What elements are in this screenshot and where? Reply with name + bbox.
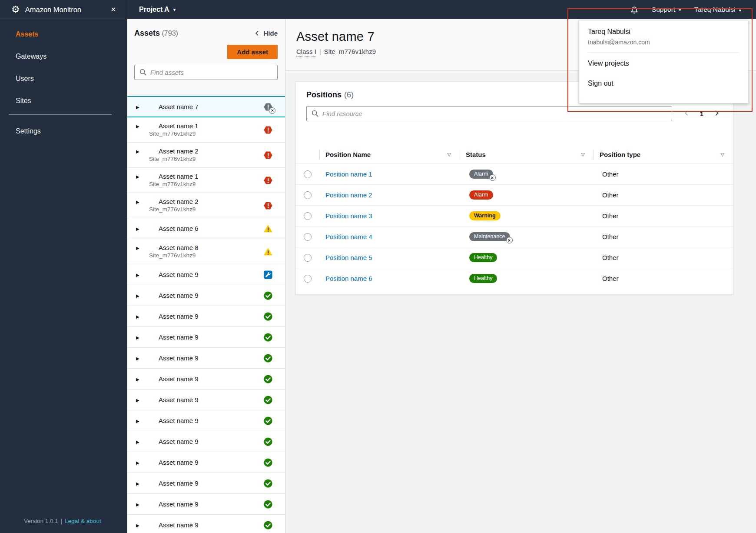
support-menu[interactable]: Support ▾ (652, 6, 681, 13)
asset-list-item[interactable]: ▶ Asset name 9 (127, 306, 285, 327)
asset-name: Asset name 2 (136, 197, 285, 206)
asset-list-item[interactable]: ▶ Asset name 9 (127, 494, 285, 515)
sidebar-item-users[interactable]: Users (0, 67, 127, 90)
asset-list-item[interactable]: ▶ Asset name 1 Site_m776v1khz9 (127, 168, 285, 193)
filter-icon[interactable]: ▽ (448, 152, 451, 157)
row-radio-button[interactable] (304, 254, 312, 262)
asset-list-item[interactable]: ▶ Asset name 9 (127, 515, 285, 533)
add-asset-button[interactable]: Add asset (227, 45, 278, 59)
column-label: Position Name (325, 151, 371, 158)
asset-list-item[interactable]: ▶ Asset name 9 (127, 452, 285, 473)
asset-list-item[interactable]: ▶ Asset name 9 (127, 390, 285, 410)
legal-about-link[interactable]: Legal & about (65, 518, 101, 524)
healthy-icon (263, 374, 273, 384)
filter-icon[interactable]: ▽ (721, 152, 724, 157)
expand-triangle-icon[interactable]: ▶ (136, 314, 139, 319)
row-radio-button[interactable] (304, 191, 312, 199)
expand-triangle-icon[interactable]: ▶ (136, 272, 139, 277)
position-link[interactable]: Position name 6 (325, 275, 372, 282)
user-menu-trigger[interactable]: Tareq Nabulsi ▴ (694, 6, 741, 13)
expand-triangle-icon[interactable]: ▶ (136, 397, 139, 402)
expand-triangle-icon[interactable]: ▶ (136, 124, 139, 129)
expand-triangle-icon[interactable]: ▶ (136, 293, 139, 298)
expand-triangle-icon[interactable]: ▶ (136, 226, 139, 231)
asset-name: Asset name 9 (136, 291, 285, 300)
find-resource-input[interactable] (306, 106, 672, 121)
asset-list-item[interactable]: ▶ Asset name 9 (127, 431, 285, 452)
view-projects-item[interactable]: View projects (579, 54, 748, 73)
expand-triangle-icon[interactable]: ▶ (136, 200, 139, 204)
asset-list-item[interactable]: ▶ Asset name 9 (127, 369, 285, 390)
position-link[interactable]: Position name 4 (325, 233, 372, 240)
sidebar-item-assets[interactable]: Assets (0, 23, 127, 45)
status-label: Maintenance (474, 233, 505, 240)
asset-list-item[interactable]: ▶ Asset name 8 Site_m776v1khz9 (127, 239, 285, 264)
next-page-icon[interactable] (714, 110, 720, 118)
row-radio-button[interactable] (304, 170, 312, 178)
filter-icon[interactable]: ▽ (581, 152, 585, 157)
find-assets-input[interactable] (134, 65, 278, 80)
expand-triangle-icon[interactable]: ▶ (136, 246, 139, 250)
page-number[interactable]: 1 (700, 110, 703, 117)
asset-list-item[interactable]: ▶ Asset name 9 (127, 410, 285, 431)
asset-list[interactable]: ▶ Asset name 7 ▶ Asset name 1 Site_m776v… (127, 96, 285, 533)
expand-triangle-icon[interactable]: ▶ (136, 460, 139, 465)
asset-list-item[interactable]: ▶ Asset name 2 Site_m776v1khz9 (127, 143, 285, 168)
notifications-bell-icon[interactable] (630, 5, 639, 14)
expand-triangle-icon[interactable]: ▶ (136, 439, 139, 444)
table-row: Position name 2 Alarm Other (296, 184, 733, 205)
sidebar-item-sites[interactable]: Sites (0, 90, 127, 112)
expand-triangle-icon[interactable]: ▶ (136, 523, 139, 527)
asset-name: Asset name 9 (136, 458, 285, 466)
asset-list-item[interactable]: ▶ Asset name 2 Site_m776v1khz9 (127, 193, 285, 218)
expand-triangle-icon[interactable]: ▶ (136, 335, 139, 340)
expand-triangle-icon[interactable]: ▶ (136, 104, 139, 109)
asset-name: Asset name 9 (136, 270, 285, 279)
asset-name: Asset name 9 (136, 312, 285, 320)
expand-triangle-icon[interactable]: ▶ (136, 481, 139, 486)
positions-card: Positions (6) 1 (295, 81, 733, 295)
column-divider (594, 150, 594, 160)
row-radio-button[interactable] (304, 212, 312, 220)
asset-list-item[interactable]: ▶ Asset name 9 (127, 285, 285, 306)
support-label: Support (652, 6, 675, 13)
status-badge: Maintenance (469, 232, 510, 241)
row-radio-button[interactable] (304, 233, 312, 241)
previous-page-icon[interactable] (683, 110, 690, 118)
row-radio-button[interactable] (304, 275, 312, 283)
project-menu[interactable]: Project A ▾ (139, 6, 176, 13)
position-link[interactable]: Position name 5 (325, 254, 372, 261)
alarm-icon (263, 201, 273, 210)
sidebar-item-settings[interactable]: Settings (0, 120, 127, 142)
expand-triangle-icon[interactable]: ▶ (136, 502, 139, 506)
expand-triangle-icon[interactable]: ▶ (136, 356, 139, 360)
sidebar-item-gateways[interactable]: Gateways (0, 45, 127, 67)
position-link[interactable]: Position name 1 (325, 170, 372, 178)
healthy-icon (263, 353, 273, 363)
asset-list-item[interactable]: ▶ Asset name 9 (127, 264, 285, 285)
asset-list-item[interactable]: ▶ Asset name 1 Site_m776v1khz9 (127, 117, 285, 143)
asset-list-item[interactable]: ▶ Asset name 9 (127, 327, 285, 348)
asset-list-item[interactable]: ▶ Asset name 7 (127, 96, 285, 117)
sidebar-header: ⚙ Amazon Monitron ✕ (0, 0, 127, 19)
hide-panel-button[interactable]: Hide (254, 30, 278, 37)
expand-triangle-icon[interactable]: ▶ (136, 418, 139, 423)
search-icon (311, 110, 319, 119)
asset-list-item[interactable]: ▶ Asset name 9 (127, 348, 285, 369)
position-link[interactable]: Position name 2 (325, 191, 372, 199)
expand-triangle-icon[interactable]: ▶ (136, 376, 139, 381)
warning-icon (263, 247, 273, 257)
position-link[interactable]: Position name 3 (325, 212, 372, 220)
healthy-icon (263, 291, 273, 300)
close-icon[interactable]: ✕ (109, 5, 118, 14)
maintenance-icon (263, 270, 273, 280)
user-dropdown-menu: Tareq Nabulsi tnabulsi@amazon.com View p… (579, 20, 749, 103)
class-link[interactable]: Class I (296, 48, 316, 57)
hide-label: Hide (263, 30, 278, 37)
table-row: Position name 6 Healthy Other (296, 268, 733, 289)
sign-out-item[interactable]: Sign out (579, 74, 748, 93)
asset-list-item[interactable]: ▶ Asset name 6 (127, 218, 285, 239)
expand-triangle-icon[interactable]: ▶ (136, 174, 139, 179)
asset-list-item[interactable]: ▶ Asset name 9 (127, 473, 285, 494)
expand-triangle-icon[interactable]: ▶ (136, 149, 139, 154)
